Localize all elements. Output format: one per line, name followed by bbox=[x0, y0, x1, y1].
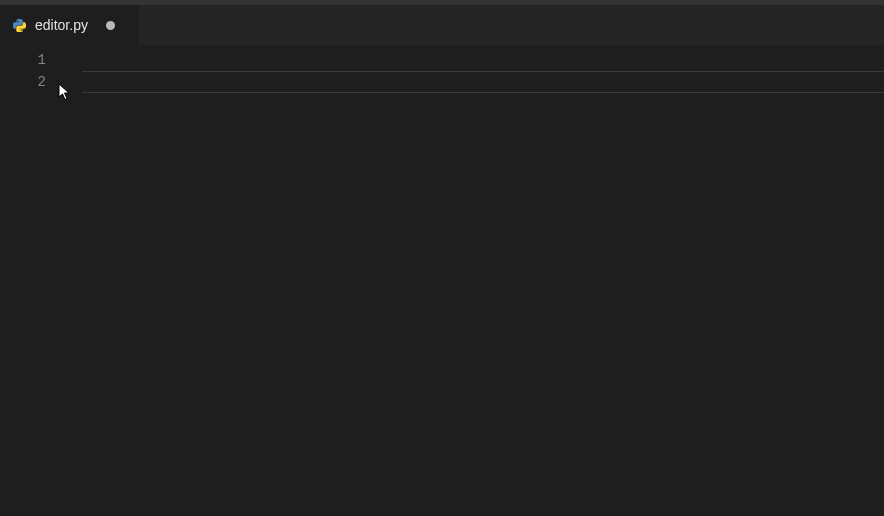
editor-area[interactable]: 1 2 bbox=[0, 45, 884, 516]
code-line[interactable] bbox=[64, 49, 884, 71]
python-icon bbox=[12, 18, 27, 33]
tab-filename: editor.py bbox=[35, 17, 88, 33]
line-number: 1 bbox=[0, 49, 64, 71]
code-line[interactable] bbox=[64, 71, 884, 93]
tab-editor-py[interactable]: editor.py bbox=[0, 5, 140, 45]
tab-dirty-indicator-icon[interactable] bbox=[106, 21, 115, 30]
line-number-gutter: 1 2 bbox=[0, 45, 64, 516]
line-number: 2 bbox=[0, 71, 64, 93]
current-line-highlight bbox=[82, 71, 884, 93]
code-content[interactable] bbox=[64, 45, 884, 516]
tab-bar: editor.py bbox=[0, 5, 884, 45]
